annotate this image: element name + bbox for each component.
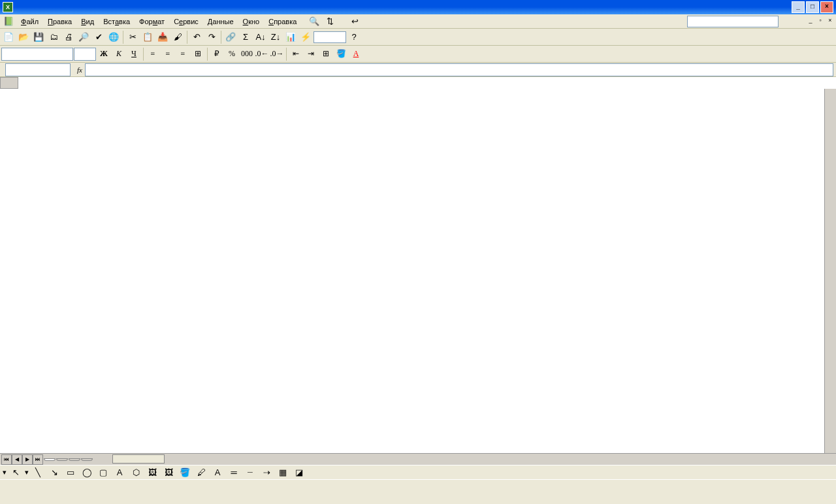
sort-icon[interactable]: ⇅ [323,14,337,29]
vertical-scrollbar[interactable] [824,89,836,453]
textbox-icon[interactable]: ▢ [96,465,110,480]
fill-color-icon[interactable]: 🪣 [334,47,348,61]
tab-dds[interactable] [44,458,56,461]
select-all[interactable] [0,77,18,89]
print-icon[interactable]: 🖨 [61,30,76,44]
paste-icon[interactable]: 📥 [155,30,170,44]
undo-icon[interactable]: ↶ [189,30,204,44]
diagram-icon[interactable]: ⬡ [129,465,143,480]
menu-format[interactable]: Формат [135,16,169,27]
cells[interactable] [18,89,824,453]
maximize-button[interactable]: □ [806,1,819,13]
tab-last[interactable]: ⏭ [33,454,43,465]
align-center-icon[interactable]: ≡ [161,47,175,61]
saveall-icon[interactable]: 🗂 [46,30,61,44]
tab-list2[interactable] [69,458,80,461]
rect-icon[interactable]: ▭ [63,465,78,480]
ask-input[interactable] [687,16,779,27]
arrow-icon[interactable]: ↘ [47,465,61,480]
indent-dec-icon[interactable]: ⇤ [289,47,303,61]
col-headers[interactable] [18,77,824,89]
underline-button[interactable]: Ч [127,47,141,61]
clipart-icon[interactable]: 🖼 [145,465,159,480]
autoshapes[interactable]: ▾ [25,468,29,477]
back-icon[interactable]: ↩ [347,14,362,29]
save-icon[interactable]: 💾 [31,30,46,44]
arrow-style-icon[interactable]: ⇢ [259,465,274,480]
format-painter-icon[interactable]: 🖌 [170,30,185,44]
help-icon[interactable]: ? [347,30,361,44]
line-icon[interactable]: ╲ [31,465,45,480]
menu-paste-special[interactable] [338,20,346,23]
decimal-dec-icon[interactable]: .0→ [270,47,284,61]
wordart-icon[interactable]: A [112,465,127,480]
spell-icon[interactable]: ✔ [91,30,106,44]
dash-icon[interactable]: ┈ [243,465,257,480]
zoom-select[interactable] [314,31,346,43]
preview-icon[interactable]: 🔎 [76,30,91,44]
new-icon[interactable]: 📄 [1,30,16,44]
horizontal-scrollbar[interactable] [99,454,836,465]
tab-next[interactable]: ▶ [22,454,33,465]
currency-icon[interactable]: ₽ [210,47,224,61]
sortA-icon[interactable]: A↓ [253,30,268,44]
menu-edit[interactable]: Правка [44,16,76,27]
font-color2-icon[interactable]: A [210,465,225,480]
doc-close[interactable]: × [826,17,835,26]
chart-icon[interactable]: 📊 [283,30,298,44]
tab-first[interactable]: ⏮ [1,454,12,465]
name-box[interactable] [5,63,71,76]
cut-icon[interactable]: ✂ [125,30,140,44]
line-color-icon[interactable]: 🖊 [194,465,208,480]
sum-icon[interactable]: Σ [238,30,253,44]
find-icon[interactable]: 🔍 [307,14,321,29]
indent-inc-icon[interactable]: ⇥ [304,47,318,61]
app-icon[interactable]: 📗 [1,14,16,29]
doc-restore[interactable]: ▫ [816,17,825,26]
italic-button[interactable]: К [112,47,126,61]
align-right-icon[interactable]: ≡ [176,47,190,61]
formula-input[interactable] [85,63,833,76]
picture-icon[interactable]: 🖼 [161,465,176,480]
sheet-tabs: ⏮ ◀ ▶ ⏭ [0,454,93,465]
research-icon[interactable]: 🌐 [106,30,121,44]
link-icon[interactable]: 🔗 [223,30,238,44]
copy-icon[interactable]: 📋 [140,30,155,44]
menu-data[interactable]: Данные [204,16,238,27]
redo-icon[interactable]: ↷ [204,30,219,44]
sortZ-icon[interactable]: Z↓ [268,30,283,44]
close-button[interactable]: × [820,1,833,13]
font-size[interactable] [74,48,96,61]
align-left-icon[interactable]: ≡ [146,47,160,61]
comma-icon[interactable]: 000 [240,47,254,61]
row-headers[interactable] [0,89,18,453]
select-objects-icon[interactable]: ↖ [8,465,23,480]
open-icon[interactable]: 📂 [16,30,31,44]
merge-icon[interactable]: ⊞ [191,47,205,61]
menu-help[interactable]: Справка [265,16,300,27]
draw-actions[interactable]: ▾ [3,468,7,477]
fill2-icon[interactable]: 🪣 [178,465,192,480]
shadow-icon[interactable]: ▦ [276,465,290,480]
menu-window[interactable]: Окно [239,16,264,27]
decimal-inc-icon[interactable]: .0← [255,47,269,61]
borders-icon[interactable]: ⊞ [319,47,333,61]
menu-view[interactable]: Вид [77,16,98,27]
bold-button[interactable]: Ж [97,47,111,61]
wizard-icon[interactable]: ⚡ [298,30,313,44]
menu-tools[interactable]: Сервис [170,16,202,27]
tab-list3[interactable] [81,458,93,461]
font-color-icon[interactable]: A [349,47,363,61]
menu-insert[interactable]: Вставка [99,16,134,27]
line-style-icon[interactable]: ═ [227,465,241,480]
percent-icon[interactable]: % [225,47,239,61]
tab-prev[interactable]: ◀ [12,454,22,465]
minimize-button[interactable]: _ [792,1,805,13]
menu-file[interactable]: Файл [17,16,42,27]
fx-icon[interactable]: fx [77,66,82,74]
font-name[interactable] [1,48,73,61]
oval-icon[interactable]: ◯ [80,465,94,480]
tab-list1[interactable] [56,458,68,461]
3d-icon[interactable]: ◪ [292,465,306,480]
doc-minimize[interactable]: _ [806,17,815,26]
